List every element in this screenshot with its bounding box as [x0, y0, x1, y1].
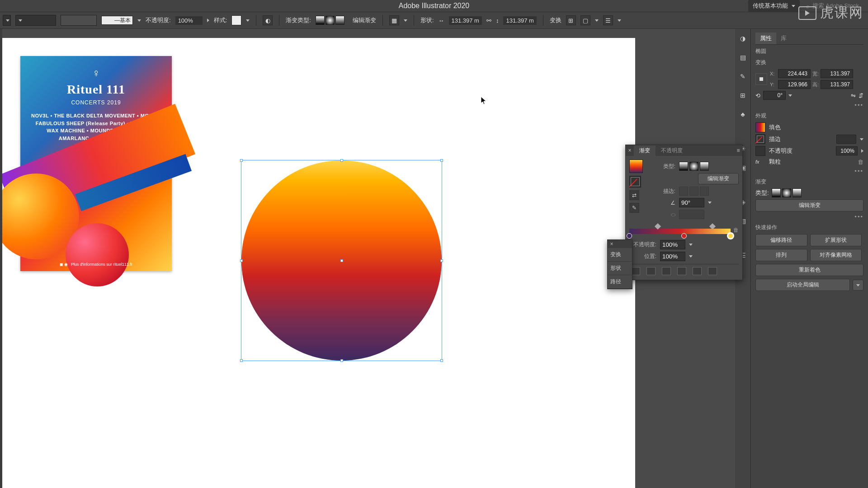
chevron-right-icon: [861, 149, 863, 153]
font-picker[interactable]: [15, 15, 56, 26]
edit-gradient-button[interactable]: 编辑渐变: [755, 199, 863, 211]
pathfinder-exclude-icon[interactable]: [677, 267, 686, 275]
gradient-radial-button[interactable]: [782, 188, 791, 197]
close-icon[interactable]: ×: [608, 241, 616, 247]
mini-panel-item[interactable]: 变换: [608, 248, 632, 262]
angle-input[interactable]: [679, 198, 704, 207]
offset-path-button[interactable]: 偏移路径: [755, 234, 807, 246]
fill-swatch[interactable]: [755, 122, 765, 132]
pathfinder-minus-icon[interactable]: [646, 267, 656, 275]
gradient-type-label: 类型:: [755, 189, 769, 197]
gradient-freeform-button[interactable]: [335, 16, 344, 25]
style-swatch[interactable]: [231, 15, 241, 25]
stroke-swatch[interactable]: [755, 134, 765, 144]
clip-button[interactable]: ▢: [580, 15, 590, 25]
gradient-freeform-button[interactable]: [700, 162, 709, 171]
global-edit-button[interactable]: 启动全局编辑: [755, 279, 850, 291]
recolor-button[interactable]: 重新着色: [755, 264, 863, 276]
arrange-button[interactable]: 排列: [755, 249, 807, 261]
workspace-label: 传统基本功能: [753, 2, 788, 10]
pathfinder-trim-icon[interactable]: [708, 267, 717, 275]
recolor-artwork-button[interactable]: ◐: [263, 15, 273, 25]
opacity-label: 不透明度:: [146, 16, 171, 24]
workspace-switcher[interactable]: 传统基本功能: [748, 0, 800, 12]
graphic-styles-icon[interactable]: ♣: [738, 109, 748, 119]
chevron-down-icon: [689, 255, 693, 258]
stop-location-input[interactable]: [660, 252, 685, 261]
edit-gradient-link[interactable]: 编辑渐变: [353, 16, 376, 24]
x-input[interactable]: [778, 69, 811, 78]
expand-shape-button[interactable]: 扩展形状: [810, 234, 862, 246]
chevron-right-icon: [207, 19, 209, 22]
tab-library[interactable]: 库: [776, 33, 791, 44]
gradient-linear-button[interactable]: [316, 16, 325, 25]
gradient-stop[interactable]: [681, 233, 687, 239]
color-panel-icon[interactable]: ◑: [738, 33, 748, 43]
color-picker[interactable]: [61, 15, 97, 26]
edit-gradient-button[interactable]: 编辑渐变: [698, 173, 739, 184]
gradient-radial-button[interactable]: [689, 162, 698, 171]
tab-properties[interactable]: 属性: [755, 33, 776, 44]
eyedropper-icon[interactable]: ✎: [629, 203, 639, 213]
selection-bounding-box[interactable]: [241, 160, 442, 361]
more-options-button[interactable]: ☰: [603, 15, 613, 25]
gradient-panel[interactable]: × 渐变 不透明度 ≡ ⇄ ✎ 类型:: [625, 145, 743, 280]
chevron-down-icon: [6, 19, 9, 22]
align-button[interactable]: ▦: [389, 15, 399, 25]
pathfinder-divide-icon[interactable]: [693, 267, 702, 275]
aspect-icon: ⬭: [648, 211, 675, 218]
pathfinder-unite-icon[interactable]: [631, 267, 640, 275]
more-options-icon[interactable]: •••: [755, 102, 863, 108]
search-stock[interactable]: ⌕ 搜索 Adobe Stock: [806, 2, 859, 10]
effect-name[interactable]: 颗粒: [769, 158, 854, 166]
gradient-linear-button[interactable]: [772, 188, 781, 197]
section-quick-title: 快速操作: [755, 224, 863, 231]
mini-transform-panel[interactable]: × 变换 形状 路径: [607, 239, 632, 289]
transform-link[interactable]: 变换: [550, 16, 561, 24]
trash-icon[interactable]: 🗑: [858, 159, 863, 165]
more-options-icon[interactable]: •••: [755, 168, 863, 174]
rotate-input[interactable]: [763, 91, 786, 100]
anchor-picker[interactable]: [3, 15, 11, 26]
chevron-down-icon: [137, 19, 141, 22]
gradient-slider[interactable]: 🗑: [629, 224, 739, 238]
gradient-stop-selected[interactable]: [728, 233, 733, 239]
w-input[interactable]: [821, 69, 853, 78]
stop-opacity-input[interactable]: [660, 240, 685, 249]
shape-height-input[interactable]: 131.397 m: [503, 16, 536, 25]
gradient-freeform-button[interactable]: [793, 188, 802, 197]
pathfinder-intersect-icon[interactable]: [662, 267, 671, 275]
reference-point-picker[interactable]: [755, 73, 767, 85]
gradient-linear-button[interactable]: [679, 162, 688, 171]
opacity-input[interactable]: 100%: [175, 16, 203, 25]
opacity-swatch[interactable]: [755, 146, 765, 156]
y-input[interactable]: [778, 80, 811, 89]
align-pixel-button[interactable]: 对齐像素网格: [810, 249, 862, 261]
swatches-panel-icon[interactable]: ▤: [738, 52, 748, 62]
shape-width-input[interactable]: 131.397 m: [449, 16, 482, 25]
stroke-none-swatch[interactable]: [629, 176, 641, 188]
reverse-gradient-button[interactable]: ⇄: [629, 190, 639, 200]
flip-horizontal-button[interactable]: ⇋: [851, 92, 856, 99]
h-input[interactable]: [821, 80, 853, 89]
gradient-stop[interactable]: [627, 233, 632, 239]
delete-stop-icon[interactable]: 🗑: [733, 227, 739, 233]
global-edit-options[interactable]: [853, 280, 863, 291]
more-options-icon[interactable]: •••: [755, 213, 863, 220]
gradient-preview-swatch[interactable]: [629, 160, 643, 173]
mini-panel-item[interactable]: 路径: [608, 275, 632, 289]
tab-gradient[interactable]: 渐变: [634, 145, 656, 156]
flip-vertical-button[interactable]: ⇵: [859, 92, 863, 99]
panel-menu-icon[interactable]: ≡: [734, 147, 742, 154]
isolate-button[interactable]: ⊞: [566, 15, 576, 25]
opacity-input[interactable]: [836, 146, 858, 155]
gradient-radial-button[interactable]: [326, 16, 335, 25]
stroke-style-picker[interactable]: — 基本: [101, 16, 133, 25]
close-icon[interactable]: ×: [626, 147, 634, 154]
mini-panel-item[interactable]: 形状: [608, 262, 632, 275]
tab-transparency[interactable]: 不透明度: [656, 145, 688, 156]
symbols-panel-icon[interactable]: ⊞: [738, 90, 748, 100]
brushes-panel-icon[interactable]: ✎: [738, 71, 748, 81]
link-icon[interactable]: ⚯: [486, 17, 491, 24]
stroke-weight-input[interactable]: [836, 135, 856, 144]
